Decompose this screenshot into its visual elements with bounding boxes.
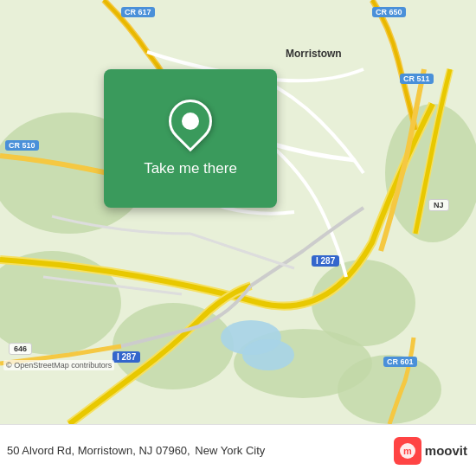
cr510-label: CR 510 (5, 140, 39, 151)
cr601-label: CR 601 (383, 357, 417, 367)
moovit-icon: m (394, 437, 421, 465)
address-part: 50 Alvord Rd, Morristown, NJ 07960, (7, 444, 190, 457)
svg-point-9 (242, 339, 294, 370)
address-text: 50 Alvord Rd, Morristown, NJ 07960, New … (7, 444, 394, 457)
cr646-label: 646 (9, 343, 32, 355)
moovit-name: moovit (425, 443, 467, 458)
location-card[interactable]: Take me there (104, 69, 277, 208)
svg-text:m: m (403, 446, 412, 456)
location-pin-icon (160, 91, 222, 152)
morristown-label: Morristown (286, 48, 342, 60)
take-me-there-button[interactable]: Take me there (144, 160, 237, 177)
cr617-label: CR 617 (121, 7, 155, 17)
cr511-label: CR 511 (400, 74, 434, 84)
cr650-label: CR 650 (372, 7, 406, 17)
city-part: New York City (195, 444, 265, 457)
osm-attribution: © OpenStreetMap contributors (3, 360, 114, 370)
i287b-label: I 287 (113, 351, 140, 363)
map-container: Take me there Morristown CR 617 CR 650 C… (0, 0, 476, 424)
nj-label: NJ (428, 199, 449, 211)
i287a-label: I 287 (312, 255, 339, 267)
moovit-logo: m moovit (394, 437, 467, 465)
bottom-bar: 50 Alvord Rd, Morristown, NJ 07960, New … (0, 424, 476, 476)
